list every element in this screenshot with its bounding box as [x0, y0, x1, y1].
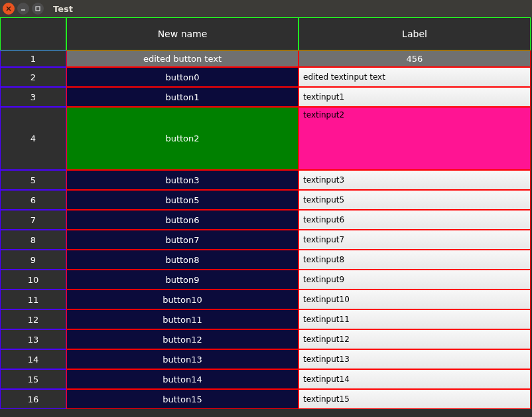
row-button[interactable]: button8: [66, 250, 299, 270]
table-row: 2button0edited textinput text: [0, 67, 531, 87]
row-index: 15: [0, 369, 66, 389]
row-button[interactable]: button13: [66, 349, 299, 369]
header-cell-name[interactable]: New name: [66, 17, 299, 50]
row-index: 5: [0, 170, 66, 190]
row-index: 6: [0, 190, 66, 210]
data-table: New name Label 1edited button text4562bu…: [0, 17, 531, 409]
row-index: 14: [0, 349, 66, 369]
table-row: 12button11textinput11: [0, 309, 531, 329]
row-button[interactable]: button5: [66, 190, 299, 210]
row-textinput[interactable]: edited textinput text: [299, 67, 531, 87]
table-row: 1edited button text456: [0, 50, 531, 67]
window-titlebar: Test: [0, 0, 532, 17]
table-row: 11button10textinput10: [0, 290, 531, 309]
svg-rect-3: [36, 7, 40, 11]
maximize-icon[interactable]: [32, 3, 44, 15]
table-row: 7button6textinput6: [0, 210, 531, 230]
row-textinput[interactable]: textinput1: [299, 87, 531, 107]
header-cell-label[interactable]: Label: [299, 17, 531, 50]
table-row: 4button2textinput2: [0, 107, 531, 170]
table-row: 3button1textinput1: [0, 87, 531, 107]
row-index: 4: [0, 107, 66, 170]
row-textinput[interactable]: 456: [299, 50, 531, 67]
header-cell-index[interactable]: [0, 17, 66, 50]
row-textinput[interactable]: textinput15: [299, 389, 531, 409]
row-index: 8: [0, 230, 66, 250]
table-row: 14button13textinput13: [0, 349, 531, 369]
row-textinput[interactable]: textinput9: [299, 270, 531, 290]
row-textinput[interactable]: textinput13: [299, 349, 531, 369]
row-button[interactable]: button6: [66, 210, 299, 230]
row-textinput[interactable]: textinput12: [299, 329, 531, 349]
row-textinput[interactable]: textinput8: [299, 250, 531, 270]
table-row: 6button5textinput5: [0, 190, 531, 210]
row-index: 9: [0, 250, 66, 270]
table-row: 16button15textinput15: [0, 389, 531, 409]
row-textinput[interactable]: textinput6: [299, 210, 531, 230]
row-button[interactable]: button11: [66, 309, 299, 329]
table-row: 8button7textinput7: [0, 230, 531, 250]
row-index: 7: [0, 210, 66, 230]
row-index: 1: [0, 50, 66, 67]
table-row: 13button12textinput12: [0, 329, 531, 349]
row-index: 11: [0, 290, 66, 309]
row-textinput[interactable]: textinput10: [299, 290, 531, 309]
row-index: 3: [0, 87, 66, 107]
row-index: 13: [0, 329, 66, 349]
row-button[interactable]: button12: [66, 329, 299, 349]
row-button[interactable]: button9: [66, 270, 299, 290]
table-header: New name Label: [0, 17, 531, 50]
table-row: 15button14textinput14: [0, 369, 531, 389]
row-index: 10: [0, 270, 66, 290]
row-index: 16: [0, 389, 66, 409]
row-textinput[interactable]: textinput11: [299, 309, 531, 329]
row-button[interactable]: button10: [66, 290, 299, 309]
row-textinput[interactable]: textinput7: [299, 230, 531, 250]
row-textinput[interactable]: textinput14: [299, 369, 531, 389]
row-button[interactable]: button3: [66, 170, 299, 190]
close-icon[interactable]: [3, 3, 15, 15]
row-textinput[interactable]: textinput5: [299, 190, 531, 210]
table-row: 10button9textinput9: [0, 270, 531, 290]
row-button[interactable]: button15: [66, 389, 299, 409]
window-controls: [0, 3, 46, 15]
row-textinput[interactable]: textinput3: [299, 170, 531, 190]
row-button[interactable]: button1: [66, 87, 299, 107]
table-row: 9button8textinput8: [0, 250, 531, 270]
row-button[interactable]: button7: [66, 230, 299, 250]
row-index: 12: [0, 309, 66, 329]
row-button[interactable]: button0: [66, 67, 299, 87]
row-button[interactable]: edited button text: [66, 50, 299, 67]
row-index: 2: [0, 67, 66, 87]
minimize-icon[interactable]: [17, 3, 29, 15]
table-row: 5button3textinput3: [0, 170, 531, 190]
row-button[interactable]: button2: [66, 107, 299, 170]
row-button[interactable]: button14: [66, 369, 299, 389]
window-title: Test: [46, 4, 73, 14]
row-textinput[interactable]: textinput2: [299, 107, 531, 170]
